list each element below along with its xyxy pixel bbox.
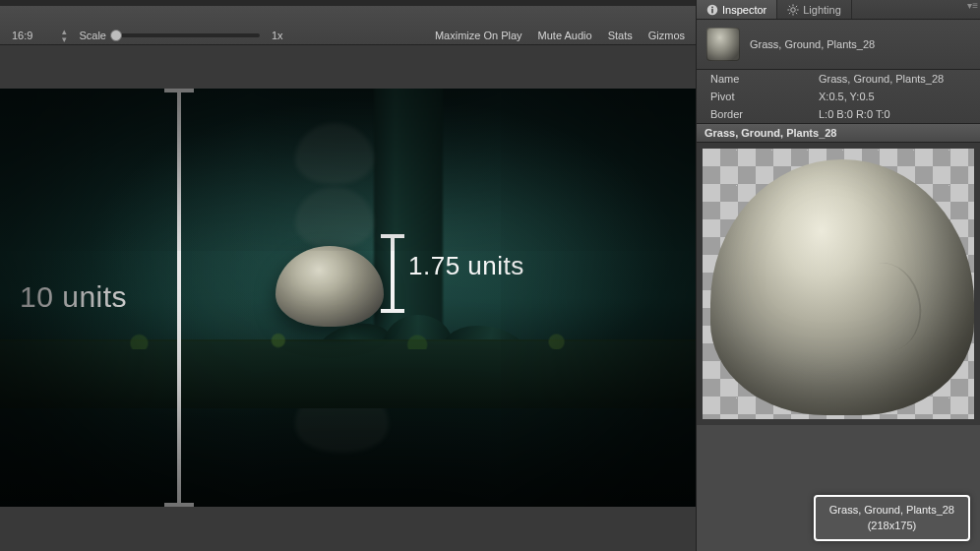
prop-value: X:0.5, Y:0.5: [819, 91, 875, 102]
asset-title: Grass, Ground, Plants_28: [750, 38, 875, 50]
game-view-panel: ▾≡ 16:9 ▴▾ Scale 1x Maximize On Play Mut…: [0, 0, 696, 551]
asset-bundle-chip[interactable]: Grass, Ground, Plants_28 (218x175): [814, 495, 970, 541]
aspect-dropdown[interactable]: 16:9 ▴▾: [6, 26, 73, 45]
prop-label: Name: [710, 73, 819, 85]
prop-value: L:0 B:0 R:0 T:0: [819, 108, 890, 120]
scale-label: Scale: [79, 30, 106, 41]
asset-thumbnail: [706, 28, 740, 61]
game-view-toolbar: ▾≡ 16:9 ▴▾ Scale 1x Maximize On Play Mut…: [0, 6, 696, 45]
inspector-panel: Inspector Lighting Grass, Ground, Plants…: [696, 0, 980, 551]
sprite-preview[interactable]: [703, 149, 974, 419]
game-viewport[interactable]: 10 units 1.75 units: [0, 45, 696, 551]
svg-line-8: [789, 5, 790, 6]
preview-section-header[interactable]: Grass, Ground, Plants_28: [697, 123, 980, 143]
svg-line-9: [796, 12, 797, 13]
tab-lighting-label: Lighting: [803, 4, 841, 16]
inspector-footer: Grass, Ground, Plants_28 (218x175): [697, 425, 980, 551]
prop-label: Pivot: [710, 91, 819, 102]
scale-slider[interactable]: [112, 33, 260, 37]
inspector-header: Grass, Ground, Plants_28: [697, 20, 980, 70]
svg-point-3: [791, 7, 796, 12]
property-row-name: Name Grass, Ground, Plants_28: [697, 70, 980, 88]
maximize-on-play-toggle[interactable]: Maximize On Play: [430, 30, 527, 41]
sun-icon: [787, 4, 799, 16]
property-row-pivot: Pivot X:0.5, Y:0.5: [697, 88, 980, 105]
mute-audio-toggle[interactable]: Mute Audio: [533, 30, 597, 41]
stats-toggle[interactable]: Stats: [603, 30, 638, 41]
svg-line-10: [789, 12, 790, 13]
svg-rect-1: [711, 8, 713, 13]
panel-menu-icon[interactable]: ▾≡: [967, 0, 978, 11]
prop-label: Border: [710, 108, 819, 120]
property-row-border: Border L:0 B:0 R:0 T:0: [697, 105, 980, 123]
editor-window: ▾≡ 16:9 ▴▾ Scale 1x Maximize On Play Mut…: [0, 0, 980, 551]
tab-lighting[interactable]: Lighting: [777, 0, 852, 19]
aspect-value: 16:9: [12, 30, 32, 41]
tab-inspector-label: Inspector: [722, 4, 766, 16]
prop-value: Grass, Ground, Plants_28: [819, 73, 944, 85]
info-icon: [706, 4, 718, 16]
dropdown-arrows-icon: ▴▾: [62, 28, 67, 43]
asset-chip-dims: (218x175): [829, 519, 954, 533]
svg-line-11: [796, 5, 797, 6]
tab-inspector[interactable]: Inspector: [697, 0, 777, 19]
scale-readout: 1x: [272, 30, 283, 41]
gizmos-dropdown[interactable]: Gizmos: [643, 30, 690, 41]
svg-rect-2: [711, 6, 713, 8]
inspector-tab-bar: Inspector Lighting: [697, 0, 980, 20]
inspector-properties: Name Grass, Ground, Plants_28 Pivot X:0.…: [697, 70, 980, 123]
asset-chip-name: Grass, Ground, Plants_28: [829, 503, 954, 518]
slider-knob[interactable]: [110, 30, 122, 41]
